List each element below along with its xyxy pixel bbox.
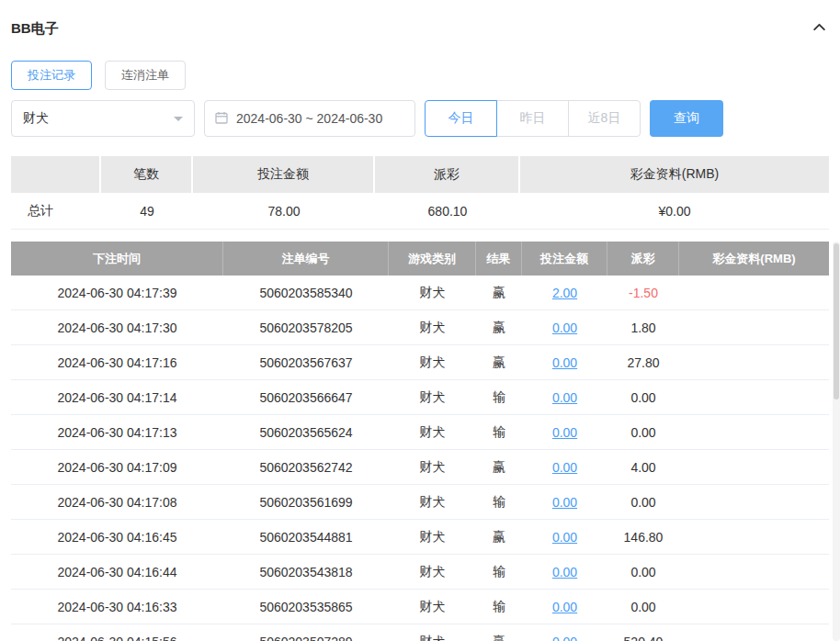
summary-header-bonus: 彩金资料(RMB) [520, 156, 829, 193]
quick-range-yesterday[interactable]: 昨日 [496, 100, 569, 137]
bonus-value [679, 276, 829, 310]
order-id: 5060203567637 [223, 345, 389, 380]
bet-records-table: 下注时间 注单编号 游戏类别 结果 投注金额 派彩 彩金资料(RMB) 2024… [11, 242, 829, 641]
bet-result: 赢 [476, 310, 522, 345]
bet-time: 2024-06-30 04:17:39 [11, 276, 223, 310]
scrollbar-thumb[interactable] [834, 243, 839, 399]
order-id: 5060203543818 [223, 555, 389, 590]
bet-amount-link[interactable]: 0.00 [552, 355, 577, 370]
tab-bet-records[interactable]: 投注记录 [11, 61, 92, 90]
collapse-button[interactable] [809, 18, 829, 39]
bet-amount-link[interactable]: 0.00 [552, 425, 577, 440]
bonus-value [679, 485, 829, 520]
order-id: 5060203535865 [223, 590, 389, 624]
bonus-value [679, 310, 829, 345]
bet-time: 2024-06-30 04:17:09 [11, 450, 223, 485]
bet-amount-link[interactable]: 0.00 [552, 495, 577, 510]
payout-value: 0.00 [607, 590, 679, 624]
quick-range-last8days[interactable]: 近8日 [568, 100, 641, 137]
payout-value: 520.40 [607, 624, 679, 641]
bet-result: 输 [476, 590, 522, 624]
game-select-value: 财犬 [23, 110, 49, 127]
search-button[interactable]: 查询 [650, 100, 723, 137]
bet-time: 2024-06-30 04:16:45 [11, 520, 223, 555]
bonus-value [679, 450, 829, 485]
bet-amount-cell: 0.00 [522, 520, 607, 555]
game-type: 财犬 [389, 345, 476, 380]
summary-header-count: 笔数 [101, 156, 193, 193]
bet-amount-cell: 0.00 [522, 555, 607, 590]
bet-result: 输 [476, 415, 522, 450]
order-id: 5060203578205 [223, 310, 389, 345]
bet-amount-link[interactable]: 0.00 [552, 460, 577, 475]
order-id: 5060203565624 [223, 415, 389, 450]
bet-amount-cell: 0.00 [522, 310, 607, 345]
bet-amount-link[interactable]: 0.00 [552, 530, 577, 545]
quick-range-today[interactable]: 今日 [425, 100, 497, 137]
date-range-value: 2024-06-30 ~ 2024-06-30 [236, 111, 382, 126]
table-header-row: 下注时间 注单编号 游戏类别 结果 投注金额 派彩 彩金资料(RMB) [11, 242, 829, 276]
scrollbar[interactable] [833, 242, 840, 641]
payout-value: 0.00 [607, 415, 679, 450]
bet-result: 赢 [476, 450, 522, 485]
game-type: 财犬 [389, 310, 476, 345]
payout-value: 4.00 [607, 450, 679, 485]
order-id: 5060203507289 [223, 624, 389, 641]
summary-table: 笔数 投注金额 派彩 彩金资料(RMB) 总计 49 78.00 680.10 … [11, 156, 829, 230]
summary-header-row: 笔数 投注金额 派彩 彩金资料(RMB) [11, 156, 829, 193]
bet-result: 赢 [476, 345, 522, 380]
panel-title: BB电子 [11, 20, 59, 38]
record-tabs: 投注记录 连消注单 [11, 61, 829, 90]
game-type: 财犬 [389, 276, 476, 310]
bet-amount-cell: 0.00 [522, 624, 607, 641]
bet-amount-link[interactable]: 0.00 [552, 390, 577, 405]
order-id: 5060203562742 [223, 450, 389, 485]
bet-amount-cell: 0.00 [522, 450, 607, 485]
column-header-game-type: 游戏类别 [389, 242, 476, 276]
summary-bet-value: 78.00 [193, 193, 375, 230]
table-row: 2024-06-30 04:16:45 5060203544881 财犬 赢 0… [11, 520, 829, 555]
game-type: 财犬 [389, 450, 476, 485]
bet-amount-cell: 0.00 [522, 345, 607, 380]
summary-header-payout: 派彩 [375, 156, 520, 193]
payout-value: 27.80 [607, 345, 679, 380]
date-range-input[interactable]: 2024-06-30 ~ 2024-06-30 [204, 100, 415, 137]
game-type: 财犬 [389, 624, 476, 641]
bet-amount-link[interactable]: 0.00 [552, 600, 577, 614]
bonus-value [679, 345, 829, 380]
bet-time: 2024-06-30 04:17:13 [11, 415, 223, 450]
game-select[interactable]: 财犬 [11, 100, 195, 137]
table-row: 2024-06-30 04:17:09 5060203562742 财犬 赢 0… [11, 450, 829, 485]
bet-amount-link[interactable]: 0.00 [552, 635, 577, 641]
column-header-payout: 派彩 [607, 242, 679, 276]
table-row: 2024-06-30 04:17:30 5060203578205 财犬 赢 0… [11, 310, 829, 345]
summary-header-bet: 投注金额 [193, 156, 375, 193]
bet-time: 2024-06-30 04:17:14 [11, 380, 223, 415]
table-row: 2024-06-30 04:17:16 5060203567637 财犬 赢 0… [11, 345, 829, 380]
bet-amount-link[interactable]: 0.00 [552, 320, 577, 335]
bet-table-body: 2024-06-30 04:17:39 5060203585340 财犬 赢 2… [11, 276, 829, 641]
table-row: 2024-06-30 04:17:13 5060203565624 财犬 输 0… [11, 415, 829, 450]
bonus-value [679, 415, 829, 450]
tab-cancelled-orders[interactable]: 连消注单 [105, 61, 186, 90]
summary-count-value: 49 [101, 193, 193, 230]
bet-result: 输 [476, 485, 522, 520]
bet-result: 赢 [476, 624, 522, 641]
filter-bar: 财犬 2024-06-30 ~ 2024-06-30 今日 昨日 近8日 查询 [11, 100, 829, 137]
table-row: 2024-06-30 04:16:44 5060203543818 财犬 输 0… [11, 555, 829, 590]
bet-amount-link[interactable]: 2.00 [552, 286, 577, 300]
bet-time: 2024-06-30 04:17:16 [11, 345, 223, 380]
game-type: 财犬 [389, 590, 476, 624]
game-type: 财犬 [389, 485, 476, 520]
payout-value: 0.00 [607, 485, 679, 520]
bet-time: 2024-06-30 04:16:44 [11, 555, 223, 590]
bet-amount-link[interactable]: 0.00 [552, 565, 577, 579]
chevron-down-icon [174, 117, 183, 126]
table-row: 2024-06-30 04:15:56 5060203507289 财犬 赢 0… [11, 624, 829, 641]
game-type: 财犬 [389, 520, 476, 555]
bet-time: 2024-06-30 04:16:33 [11, 590, 223, 624]
bet-amount-cell: 0.00 [522, 415, 607, 450]
column-header-bonus: 彩金资料(RMB) [679, 242, 829, 276]
bet-result: 赢 [476, 276, 522, 310]
table-row: 2024-06-30 04:17:14 5060203566647 财犬 输 0… [11, 380, 829, 415]
